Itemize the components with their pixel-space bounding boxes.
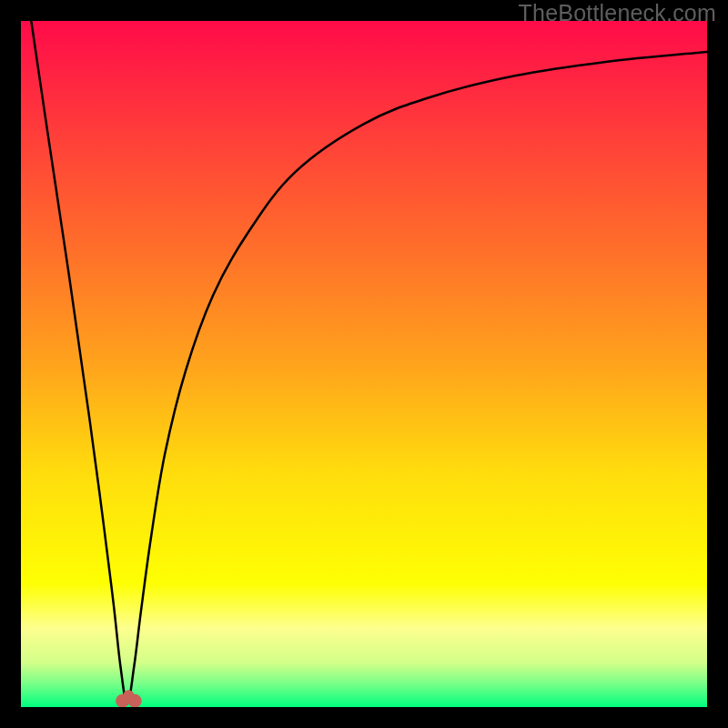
chart-plot xyxy=(21,21,707,707)
chart-frame: TheBottleneck.com xyxy=(0,0,728,728)
chart-svg xyxy=(21,21,707,707)
min-bridge xyxy=(123,690,134,701)
